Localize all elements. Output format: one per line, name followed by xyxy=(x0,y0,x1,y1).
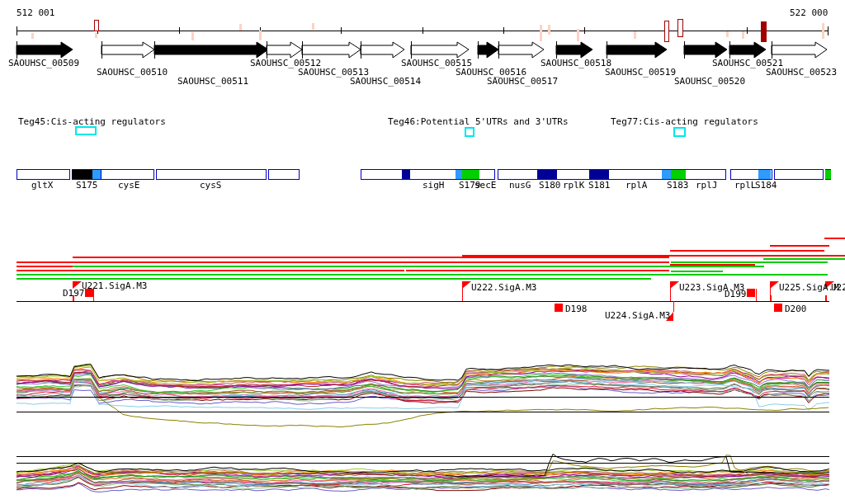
gene-box-label: S181 xyxy=(588,181,611,190)
tss-flag-D198[interactable] xyxy=(555,304,563,312)
gene-box[interactable] xyxy=(268,169,300,180)
gene-boundary-tick xyxy=(361,41,361,59)
ruler-tick xyxy=(747,27,748,34)
gene-boundary-tick xyxy=(267,41,267,59)
transcript-segment-red[interactable] xyxy=(17,266,73,267)
gene-arrow-SAOUHSC_00509[interactable] xyxy=(17,42,73,58)
gene-box-fill-navy xyxy=(589,170,609,179)
gene-arrow-SAOUHSC_00517[interactable] xyxy=(498,42,544,58)
ruler-tick xyxy=(422,27,423,34)
ruler-pink-tick xyxy=(259,31,262,40)
tss-flag-U225.SigA.M[interactable] xyxy=(770,281,779,289)
gene-box-fill-navy xyxy=(402,170,410,179)
transcript-segment-red[interactable] xyxy=(17,270,404,271)
gene-arrow-SAOUHSC_00512[interactable] xyxy=(267,42,302,58)
gene-box-fill-ltblue xyxy=(92,170,101,179)
gene-boundary-tick xyxy=(478,41,479,59)
ruler-red-marker[interactable] xyxy=(677,19,683,37)
transcript-segment-red[interactable] xyxy=(824,238,845,239)
teg-label: Teg77:Cis-acting regulators xyxy=(611,117,758,126)
ruler-red-marker[interactable] xyxy=(94,20,99,31)
ruler-pink-tick xyxy=(239,24,242,31)
tss-flag-D200[interactable] xyxy=(774,304,782,312)
transcript-segment-green[interactable] xyxy=(17,274,828,276)
gene-box-fill-black xyxy=(72,170,92,179)
tss-label-U225.SigA.M: U225.SigA.M xyxy=(779,283,839,292)
transcript-segment-red[interactable] xyxy=(670,250,824,252)
transcript-segment-green[interactable] xyxy=(73,266,764,267)
gene-arrow-SAOUHSC_00510[interactable] xyxy=(101,42,154,58)
gene-box-label: S183 xyxy=(667,181,689,190)
tss-flag-D199[interactable] xyxy=(747,289,755,297)
gene-label: SAOUHSC_00519 xyxy=(605,68,676,77)
transcript-segment-red[interactable] xyxy=(770,245,829,247)
gene-box-label: nusG xyxy=(509,181,531,190)
gene-boundary-tick xyxy=(154,41,155,59)
gene-boundary-tick xyxy=(729,41,730,59)
tss-flag-pole[interactable] xyxy=(462,281,463,301)
tss-label-U22: U22 xyxy=(831,283,845,292)
gene-box-label: S180 xyxy=(539,181,561,190)
gene-boundary-tick xyxy=(772,41,772,59)
ruler-pink-tick xyxy=(577,29,579,41)
tss-flag-pole[interactable] xyxy=(756,289,757,301)
gene-arrow-SAOUHSC_00515[interactable] xyxy=(411,42,469,58)
gene-box[interactable] xyxy=(498,169,726,180)
gene-arrow-SAOUHSC_00513[interactable] xyxy=(302,42,361,58)
gene-arrow-SAOUHSC_00523[interactable] xyxy=(772,42,827,58)
tss-flag-pole[interactable] xyxy=(673,301,674,312)
gene-box[interactable] xyxy=(101,169,154,180)
gene-arrow-SAOUHSC_00511[interactable] xyxy=(154,42,268,58)
ruler-pink-tick xyxy=(548,25,550,35)
gene-box-fill-navy xyxy=(537,170,557,179)
gene-label: SAOUHSC_00509 xyxy=(8,59,79,68)
tss-base-tick xyxy=(770,295,772,301)
gene-arrow-SAOUHSC_00516[interactable] xyxy=(478,42,498,58)
gene-arrow-SAOUHSC_00518[interactable] xyxy=(556,42,592,58)
transcript-segment-green[interactable] xyxy=(17,278,651,280)
teg-label: Teg45:Cis-acting regulators xyxy=(18,117,166,126)
ruler-tick xyxy=(179,27,180,34)
tss-flag-pole[interactable] xyxy=(670,281,671,301)
transcript-segment-red[interactable] xyxy=(17,261,669,263)
tss-flag-U222.SigA.M3[interactable] xyxy=(462,281,471,289)
transcript-segment-red[interactable] xyxy=(73,257,669,258)
gene-box-label: secE xyxy=(474,181,497,190)
tss-label-D199: D199 xyxy=(725,290,747,299)
transcript-segment-green[interactable] xyxy=(763,258,845,260)
gene-label: SAOUHSC_00523 xyxy=(766,68,837,77)
gene-box-fill-ltblue xyxy=(662,170,671,179)
gene-arrow-SAOUHSC_00514[interactable] xyxy=(361,42,404,58)
teg-box[interactable] xyxy=(75,126,97,135)
ruler-tick xyxy=(584,27,585,34)
transcript-segment-green[interactable] xyxy=(671,261,828,263)
gene-label: SAOUHSC_00511 xyxy=(177,77,248,86)
gene-box[interactable] xyxy=(17,169,70,180)
gene-arrow-SAOUHSC_00521[interactable] xyxy=(729,42,766,58)
gene-box-fill-green xyxy=(825,170,831,179)
gene-box-fill-ltblue xyxy=(758,170,771,179)
gene-boundary-tick xyxy=(17,41,17,59)
gene-arrow-SAOUHSC_00519[interactable] xyxy=(607,42,667,58)
gene-box[interactable] xyxy=(156,169,267,180)
tss-baseline xyxy=(17,301,829,302)
ruler-red-marker[interactable] xyxy=(761,21,767,42)
gene-boundary-tick xyxy=(607,41,607,59)
ruler-pink-tick xyxy=(634,31,636,39)
gene-box-label: rplL xyxy=(734,181,757,190)
tss-label-D198: D198 xyxy=(565,304,588,313)
transcript-segment-green[interactable] xyxy=(671,271,723,272)
tss-flag-U223.SigA.M3[interactable] xyxy=(670,281,679,289)
gene-arrow-SAOUHSC_00520[interactable] xyxy=(684,42,727,58)
ruler-pink-tick xyxy=(726,31,729,37)
teg-label: Teg46:Potential 5'UTRs and 3'UTRs xyxy=(388,117,569,126)
gene-box[interactable] xyxy=(774,169,824,180)
tss-label-D200: D200 xyxy=(785,304,807,313)
ruler-red-marker[interactable] xyxy=(664,21,669,42)
ruler-end-tick xyxy=(828,26,828,35)
gene-label: SAOUHSC_00517 xyxy=(487,77,558,86)
teg-box[interactable] xyxy=(465,127,474,137)
transcript-segment-red[interactable] xyxy=(406,270,669,271)
gene-boundary-tick xyxy=(302,41,303,59)
teg-box[interactable] xyxy=(673,127,686,137)
